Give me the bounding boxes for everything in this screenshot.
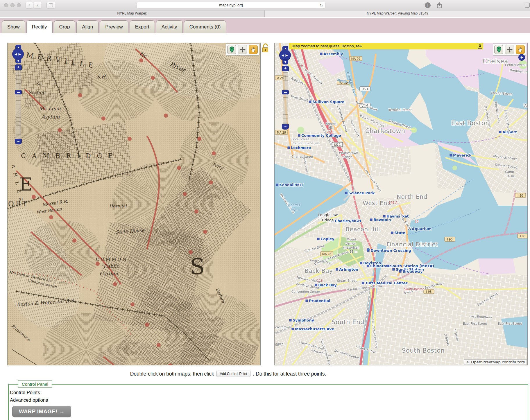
map-label: Charlestown [365, 128, 405, 134]
tab-overview-icon[interactable] [525, 3, 530, 8]
map-label: Financial District [386, 241, 438, 248]
historic-map-canvas: OMERVILLEticRiverS.H.St.StationMc LeanAs… [8, 43, 261, 365]
map-label: Kendall/MIT [279, 183, 303, 187]
pan-down-button[interactable]: ▼ [282, 59, 288, 64]
map-label: South Boston [404, 287, 425, 291]
map-label: Hill [329, 126, 334, 129]
tab-rectify[interactable]: Rectify [26, 20, 53, 33]
zoom-out-button[interactable]: − [282, 124, 289, 130]
share-icon[interactable] [436, 2, 442, 8]
map-label: Symphony [293, 318, 314, 322]
left-map-toolbar [226, 44, 259, 55]
zoom-slider-bar[interactable] [283, 72, 288, 123]
map-label: Science Park [348, 191, 375, 195]
add-control-point-button[interactable]: Add Control Point [216, 371, 250, 377]
zoom-out-button[interactable]: − [15, 139, 22, 144]
map-label: Sullivan Square [312, 100, 345, 104]
app-window: ‹ › maps.nypl.org ↻ ↓ NYPL Map Warper: N… [0, 0, 530, 420]
pan-tool-button[interactable] [505, 45, 514, 54]
map-label: Providence [10, 324, 31, 342]
map-label: MA 28 [277, 131, 286, 134]
map-label: Hospital [109, 204, 127, 208]
map-label: US 1 [361, 87, 368, 91]
map-label: Camp [505, 170, 514, 173]
browser-tab-home[interactable]: NYPL Map Warper: [0, 10, 265, 17]
map-label: Copley [320, 237, 334, 241]
banner-close-button[interactable]: X [478, 44, 482, 49]
map-label: Community College [301, 133, 341, 138]
station-marker [306, 300, 308, 302]
geocode-banner: Map zoomed to best guess: Boston, MA X [289, 43, 483, 49]
overview-map-toggle[interactable]: + [518, 54, 525, 61]
osm-map-panel[interactable]: MA 99MA 99US 1US 1US 1A 28MA 28MA 28I 90… [274, 43, 528, 365]
downloads-icon[interactable]: ↓ [425, 2, 431, 8]
pan-tool-button[interactable] [238, 45, 247, 54]
map-label: Mc Lean [39, 106, 61, 112]
move-cross-icon [507, 47, 513, 53]
unlock-maps-icon[interactable] [261, 43, 269, 54]
warp-image-button[interactable]: WARP IMAGE! → [12, 406, 71, 417]
map-label: Back Bay [318, 283, 337, 287]
red-dots [32, 58, 216, 365]
map-label: Chelsea [483, 58, 508, 65]
tab-show[interactable]: Show [2, 20, 25, 33]
browser-tab-current[interactable]: NYPL Map Warper: Viewing Map 31549 [265, 10, 530, 17]
station-marker [317, 238, 319, 240]
zoom-in-button[interactable]: + [282, 66, 289, 71]
red-route-lines [16, 49, 178, 365]
station-marker [309, 101, 311, 103]
map-label: Garden [99, 271, 118, 277]
hand-tool-button[interactable] [249, 45, 258, 54]
map-label: South End [332, 319, 364, 326]
map-label: Breeds [326, 122, 336, 125]
pan-down-button[interactable]: ▼ [15, 58, 21, 63]
station-marker [393, 268, 395, 270]
map-label: Stuart Street [337, 279, 357, 282]
tab-comments-0-[interactable]: Comments (0) [184, 20, 226, 33]
osm-attribution: © OpenStreetMap contributors [464, 359, 527, 365]
close-window-button[interactable] [4, 3, 8, 7]
instruction-after: . Do this for at least three points. [253, 371, 326, 377]
forward-button[interactable]: › [34, 2, 41, 9]
map-label: I 90 [518, 194, 523, 197]
map-label: Massachusetts Ave [295, 327, 334, 331]
zoom-slider-handle[interactable] [282, 90, 289, 94]
zoom-slider-bar[interactable] [16, 71, 21, 138]
pan-zoom-control: ▲ ◀ ▶ ▼ + − [277, 46, 294, 64]
map-label: Charles Street [291, 155, 313, 158]
map-label: River [290, 208, 299, 212]
map-label: COMMON [96, 257, 128, 262]
zoom-window-button[interactable] [17, 3, 21, 7]
advanced-options-toggle[interactable]: Advanced options [10, 397, 528, 403]
hand-tool-button[interactable] [516, 45, 525, 54]
map-label: Bridge [322, 218, 334, 222]
zoom-slider-handle[interactable] [15, 90, 22, 94]
minimize-window-button[interactable] [10, 3, 15, 7]
zoom-in-button[interactable]: + [15, 64, 22, 70]
station-marker [292, 328, 294, 330]
historic-map-panel[interactable]: OMERVILLEticRiverS.H.St.StationMc LeanAs… [7, 43, 261, 365]
back-button[interactable]: ‹ [26, 2, 33, 9]
address-bar[interactable]: maps.nypl.org ↻ [137, 2, 325, 9]
tab-preview[interactable]: Preview [100, 20, 128, 33]
tab-align[interactable]: Align [76, 20, 99, 33]
add-point-tool-button[interactable] [227, 45, 236, 54]
map-label: Aquarium [412, 227, 431, 231]
tab-export[interactable]: Export [130, 20, 155, 33]
station-marker [336, 268, 338, 270]
map-label: Ferry [212, 162, 225, 171]
sidebar-toggle-button[interactable] [46, 2, 55, 9]
map-label: I 93 [426, 290, 432, 293]
browser-toolbar: ‹ › maps.nypl.org ↻ ↓ [0, 0, 530, 10]
map-label: eastern [275, 325, 287, 329]
tab-crop[interactable]: Crop [54, 20, 76, 33]
control-points-toggle[interactable]: Control Points [10, 390, 528, 395]
reload-icon[interactable]: ↻ [319, 2, 323, 8]
station-marker [383, 215, 385, 217]
add-point-tool-button[interactable] [494, 45, 503, 54]
map-label: Broadway [402, 269, 422, 274]
map-label: Maverick [453, 153, 472, 157]
map-label: Lechmere [291, 146, 311, 150]
map-label: MA 99 [351, 57, 360, 60]
tab-activity[interactable]: Activity [156, 20, 183, 33]
